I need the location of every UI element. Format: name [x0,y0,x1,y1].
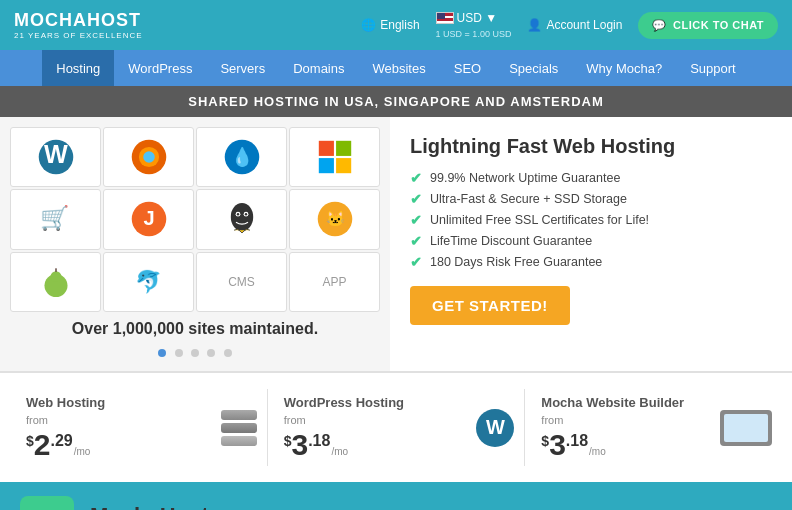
banner-strip: SHARED HOSTING IN USA, SINGAPORE AND AMS… [0,86,792,117]
check-icon-4: ✔ [410,233,422,249]
extra2-logo: APP [289,252,380,312]
dot-1[interactable] [158,349,166,357]
feature-3: ✔Unlimited Free SSL Certificates for Lif… [410,212,772,228]
hero-caption: Over 1,000,000 sites maintained. [10,320,380,338]
svg-text:W: W [44,141,68,169]
nav-servers[interactable]: Servers [206,50,279,86]
wp-icon-area: W [476,409,514,447]
check-icon-5: ✔ [410,254,422,270]
pricing-section: Web Hosting from $ 2 .29 /mo WordPress H… [0,371,792,482]
svg-rect-7 [318,141,333,156]
pricing-price-1: $ 2 .29 /mo [26,430,251,460]
nav-support[interactable]: Support [676,50,750,86]
nav-seo[interactable]: SEO [440,50,495,86]
dolphin-logo: 🐬 [103,252,194,312]
svg-text:💧: 💧 [231,147,254,169]
svg-point-4 [143,151,155,163]
nav-websites[interactable]: Websites [358,50,439,86]
pricing-website-builder: Mocha Website Builder from $ 3 .18 /mo [525,389,782,466]
tablet-icon [720,410,772,446]
nav-why-mocha[interactable]: Why Mocha? [572,50,676,86]
cms-logo-grid: W 💧 🛒 J [10,127,380,312]
svg-rect-9 [318,158,333,173]
footer-logo: M [20,496,74,510]
banner-text: SHARED HOSTING IN USA, SINGAPORE AND AMS… [188,94,604,109]
svg-point-17 [236,213,238,215]
firefox-logo [103,127,194,187]
check-icon-2: ✔ [410,191,422,207]
currency-selector[interactable]: USD ▼ 1 USD = 1.00 USD [436,11,512,39]
database-icon [221,410,257,446]
nav-wordpress[interactable]: WordPress [114,50,206,86]
svg-text:🐱: 🐱 [325,210,344,229]
check-icon-1: ✔ [410,170,422,186]
logo-sub: 21 YEARS OF EXCELLENCE [14,31,143,40]
svg-rect-23 [55,268,56,272]
nav-domains[interactable]: Domains [279,50,358,86]
pricing-web-hosting: Web Hosting from $ 2 .29 /mo [10,389,268,466]
pricing-from-2: from [284,414,509,426]
chat-icon: 💬 [652,19,667,32]
us-flag-icon [436,12,454,24]
wordpress-logo: W [10,127,101,187]
tomcat-logo: 🐱 [289,189,380,249]
svg-text:🛒: 🛒 [39,205,69,233]
tablet-icon-area [720,410,772,446]
windows-logo [289,127,380,187]
get-started-button[interactable]: GET STARTED! [410,286,570,325]
feature-1: ✔99.9% Network Uptime Guarantee [410,170,772,186]
nav-hosting[interactable]: Hosting [42,50,114,86]
pricing-from-1: from [26,414,251,426]
account-login[interactable]: 👤 Account Login [527,18,622,32]
opencart-logo: 🛒 [10,189,101,249]
check-icon-3: ✔ [410,212,422,228]
nav-bar: Hosting WordPress Servers Domains Websit… [0,50,792,86]
drupal-logo: 💧 [196,127,287,187]
hero-title: Lightning Fast Web Hosting [410,135,772,158]
feature-2: ✔Ultra-Fast & Secure + SSD Storage [410,191,772,207]
logo-area: MOCHAHOST 21 YEARS OF EXCELLENCE [14,10,143,40]
pricing-label-3: Mocha Website Builder [541,395,766,410]
language-selector[interactable]: 🌐 English [361,18,419,32]
svg-point-14 [230,203,252,231]
footer-card: M MochaHost Best Renewal Rates By Mochah… [0,482,792,510]
logo-text: MOCHAHOST [14,10,141,31]
svg-rect-10 [336,158,351,173]
feature-5: ✔180 Days Risk Free Guarantee [410,254,772,270]
apple-logo [10,252,101,312]
carousel-dots[interactable] [10,343,380,361]
svg-point-18 [244,213,246,215]
svg-text:J: J [143,208,154,230]
footer-info: MochaHost Best Renewal Rates [90,503,645,511]
top-bar-right: 🌐 English USD ▼ 1 USD = 1.00 USD 👤 Accou… [361,11,778,39]
top-bar: MOCHAHOST 21 YEARS OF EXCELLENCE 🌐 Engli… [0,0,792,50]
wordpress-icon: W [476,409,514,447]
hero-right: Lightning Fast Web Hosting ✔99.9% Networ… [390,117,792,371]
dot-5[interactable] [224,349,232,357]
hero-section: W 💧 🛒 J [0,117,792,371]
feature-list: ✔99.9% Network Uptime Guarantee ✔Ultra-F… [410,170,772,270]
pricing-label-1: Web Hosting [26,395,251,410]
db-icon-area [221,410,257,446]
joomla-logo: J [103,189,194,249]
chat-button[interactable]: 💬 CLICK TO CHAT [638,12,778,39]
dot-4[interactable] [207,349,215,357]
dot-2[interactable] [175,349,183,357]
extra1-logo: CMS [196,252,287,312]
pricing-label-2: WordPress Hosting [284,395,509,410]
svg-rect-8 [336,141,351,156]
currency-rate: 1 USD = 1.00 USD [436,29,512,39]
dot-3[interactable] [191,349,199,357]
hero-left: W 💧 🛒 J [0,117,390,371]
linux-logo [196,189,287,249]
pricing-price-2: $ 3 .18 /mo [284,430,509,460]
footer-brand: MochaHost [90,503,645,511]
feature-4: ✔LifeTime Discount Guarantee [410,233,772,249]
svg-text:🐬: 🐬 [134,268,161,295]
nav-specials[interactable]: Specials [495,50,572,86]
pricing-wordpress-hosting: WordPress Hosting from $ 3 .18 /mo W [268,389,526,466]
svg-point-22 [50,271,61,282]
